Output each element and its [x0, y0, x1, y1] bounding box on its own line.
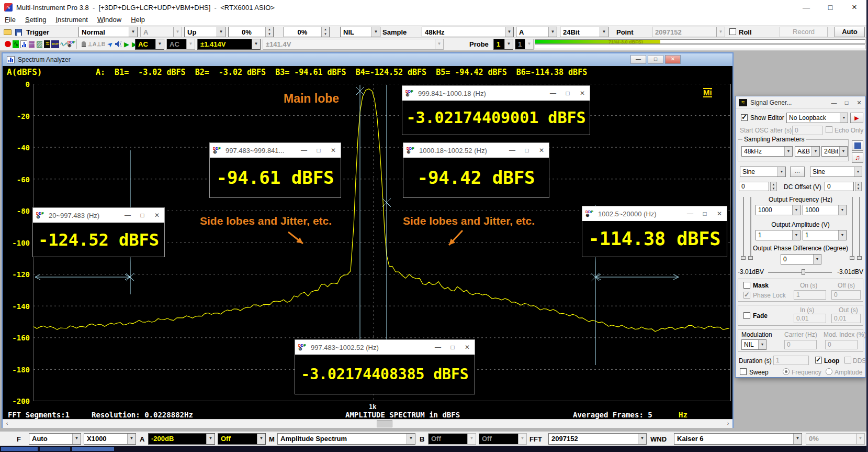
balance-slider[interactable] — [768, 272, 832, 273]
loop-checkbox[interactable] — [815, 357, 822, 363]
dds-checkbox[interactable] — [844, 357, 851, 363]
popup-close-icon[interactable]: ✕ — [712, 206, 727, 221]
waveform-more-button[interactable]: ... — [790, 167, 805, 177]
popup-close-icon[interactable]: ✕ — [150, 208, 164, 223]
auto-button[interactable]: Auto — [835, 27, 865, 37]
phase-lock-checkbox[interactable] — [743, 292, 750, 299]
record-length-combo[interactable]: 2097152▼ — [652, 27, 725, 37]
b-range-combo[interactable]: Off▼ — [428, 433, 476, 445]
a-reference-combo[interactable]: Off▼ — [218, 433, 266, 445]
mask-on-input[interactable]: 1 — [794, 290, 826, 300]
waveform-b-combo[interactable]: Sine▼ — [810, 167, 862, 177]
popup-maximize-icon[interactable]: □ — [520, 143, 534, 158]
x-scale-combo[interactable]: X1000▼ — [84, 433, 136, 445]
slider-handle[interactable] — [857, 256, 862, 260]
sweep-frequency-radio[interactable] — [783, 368, 790, 375]
amplitude-slider-b1[interactable] — [852, 197, 853, 259]
generator-rate-combo[interactable]: 48kHz▼ — [741, 146, 793, 157]
horizontal-scrollbar[interactable]: ‹ › — [3, 419, 732, 428]
amplitude-b-combo[interactable]: 1▼ — [803, 230, 847, 240]
popup-minimize-icon[interactable]: — — [683, 206, 697, 221]
mask-off-input[interactable]: 0 — [831, 290, 861, 300]
generator-bits-combo[interactable]: 24Bit▼ — [821, 146, 848, 157]
record-button[interactable]: Record — [780, 27, 828, 37]
start-osc-input[interactable]: 0 — [792, 126, 822, 135]
spinner-arrows-icon[interactable]: ▲▼ — [321, 27, 329, 37]
popup-minimize-icon[interactable]: — — [431, 340, 445, 355]
fade-checkbox[interactable] — [743, 312, 750, 319]
popup-close-icon[interactable]: ✕ — [575, 86, 590, 101]
spinner-arrows-icon[interactable]: ▲▼ — [855, 182, 862, 191]
window-function-combo[interactable]: Kaiser 6▼ — [674, 433, 802, 445]
amplitude-slider-a2[interactable] — [750, 197, 751, 259]
popup-titlebar[interactable]: DDP⊕ 20~997.483 (Hz) —□✕ — [33, 208, 164, 223]
carrier-input[interactable]: 0 — [784, 340, 817, 349]
loopback-combo[interactable]: No Loopback▼ — [786, 113, 848, 123]
popup-titlebar[interactable]: DDP⊕ 1000.18~1002.52 (Hz) —□✕ — [403, 143, 549, 158]
overlap-combo[interactable]: 0%▼ — [806, 433, 865, 445]
app-close-icon[interactable]: × — [842, 0, 866, 15]
amplitude-slider-a1[interactable] — [743, 197, 744, 259]
popup-titlebar[interactable]: DDP⊕ 1002.5~20000 (Hz) —□✕ — [582, 206, 727, 221]
panel-close-icon[interactable]: ✕ — [853, 96, 865, 109]
popup-titlebar[interactable]: DDP⊕ 997.483~1002.52 (Hz) —□✕ — [295, 340, 475, 355]
menu-file[interactable]: File — [0, 15, 20, 25]
frequency-a-combo[interactable]: 1000▼ — [756, 205, 801, 215]
sampling-channel-combo[interactable]: A▼ — [516, 27, 557, 37]
phase-combo[interactable]: 0▼ — [781, 254, 821, 264]
popup-minimize-icon[interactable]: — — [297, 143, 311, 158]
spectrum-window-titlebar[interactable]: Spectrum Analyzer — □ ✕ — [3, 53, 732, 66]
sweep-amplitude-radio[interactable] — [826, 368, 832, 375]
popup-minimize-icon[interactable]: — — [546, 86, 560, 101]
mask-checkbox[interactable] — [743, 282, 750, 289]
scrollbar-thumb[interactable] — [377, 420, 392, 427]
probe-a-combo[interactable]: 1▼ — [493, 39, 513, 50]
trigger-hpf-combo[interactable]: NIL▼ — [340, 27, 380, 37]
slider-handle[interactable] — [850, 256, 854, 260]
trigger-source-combo[interactable]: A▼ — [140, 27, 182, 37]
popup-maximize-icon[interactable]: □ — [697, 206, 712, 221]
dc-offset-a-input[interactable]: 0 — [739, 182, 769, 191]
save-file-icon[interactable] — [13, 27, 24, 37]
generator-channels-combo[interactable]: A&B▼ — [795, 146, 820, 157]
spinner-arrows-icon[interactable]: ▲▼ — [265, 27, 273, 37]
fade-out-input[interactable]: 0.01 — [831, 314, 861, 323]
coupling-b-combo[interactable]: AC▼ — [166, 39, 195, 50]
echo-only-checkbox[interactable] — [826, 126, 832, 133]
menu-instrument[interactable]: Instrument — [51, 15, 92, 25]
trigger-delay-spinner[interactable]: 0%▲▼ — [284, 27, 330, 37]
spinner-arrows-icon[interactable]: ▲▼ — [770, 182, 777, 191]
modulation-combo[interactable]: NIL▼ — [741, 339, 766, 350]
duration-input[interactable]: 1 — [773, 356, 809, 365]
menu-window[interactable]: Window — [93, 15, 126, 25]
popup-maximize-icon[interactable]: □ — [135, 208, 150, 223]
probe-b-combo[interactable]: 1▼ — [515, 39, 534, 50]
scroll-left-icon[interactable]: ‹ — [3, 420, 12, 428]
popup-maximize-icon[interactable]: □ — [445, 340, 460, 355]
panel-minimize-icon[interactable]: — — [828, 96, 840, 109]
popup-titlebar[interactable]: DDP⊕ 999.841~1000.18 (Hz) —□✕ — [402, 86, 590, 101]
b-reference-combo[interactable]: Off▼ — [479, 433, 527, 445]
sweep-checkbox[interactable] — [740, 368, 747, 375]
open-file-icon[interactable] — [2, 27, 13, 37]
waveform-a-combo[interactable]: Sine▼ — [740, 167, 786, 177]
app-minimize-icon[interactable]: — — [794, 0, 818, 15]
spectrum-maximize-icon[interactable]: □ — [648, 55, 663, 64]
spectrum-minimize-icon[interactable]: — — [630, 55, 646, 64]
popup-close-icon[interactable]: ✕ — [326, 143, 341, 158]
range-b-combo[interactable]: ±141.4V▼ — [263, 39, 444, 50]
panel-maximize-icon[interactable]: □ — [840, 96, 853, 109]
scroll-right-icon[interactable]: › — [724, 420, 732, 428]
frequency-axis-combo[interactable]: Auto▼ — [29, 433, 81, 445]
sampling-bits-combo[interactable]: 24Bit▼ — [560, 27, 608, 37]
mode-combo[interactable]: Amplitude Spectrum▼ — [277, 433, 415, 445]
generator-run-button[interactable]: ▶ — [850, 113, 863, 123]
fade-in-input[interactable]: 0.01 — [794, 314, 826, 323]
amplitude-a-combo[interactable]: 1▼ — [756, 230, 801, 240]
balance-slider-thumb[interactable] — [802, 269, 805, 275]
frequency-b-combo[interactable]: 1000▼ — [803, 205, 847, 215]
popup-maximize-icon[interactable]: □ — [311, 143, 326, 158]
range-a-combo[interactable]: ±1.414V▼ — [197, 39, 261, 50]
dc-offset-b-input[interactable]: 0 — [825, 182, 854, 191]
menu-setting[interactable]: Setting — [20, 15, 51, 25]
